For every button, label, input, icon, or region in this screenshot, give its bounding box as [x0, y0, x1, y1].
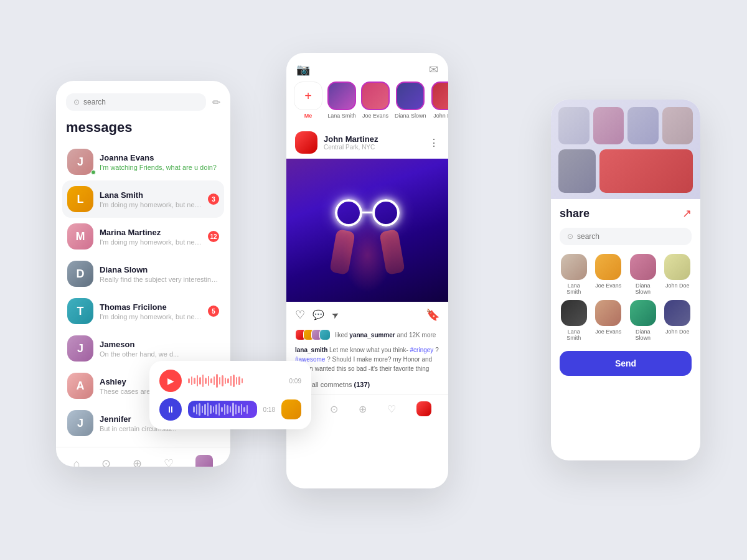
- share-contact[interactable]: John Doe: [664, 300, 692, 341]
- waveform-bar: [219, 377, 221, 385]
- blur-row-2: [558, 149, 693, 193]
- story-label: John Doe: [433, 113, 448, 119]
- waveform-bar: [199, 403, 200, 416]
- share-contact[interactable]: Joe Evans: [594, 254, 623, 295]
- search-nav-icon[interactable]: ⊙: [101, 457, 111, 467]
- online-indicator: [91, 170, 96, 175]
- contact-avatar: [664, 254, 690, 280]
- avatar: M: [67, 223, 93, 250]
- share-contact[interactable]: John Doe: [664, 254, 692, 295]
- feed-search-icon[interactable]: ⊙: [330, 403, 338, 415]
- feed-heart-icon[interactable]: ♡: [387, 403, 396, 415]
- feed-profile-avatar[interactable]: [416, 401, 431, 416]
- story-item[interactable]: John Doe: [431, 82, 448, 119]
- message-search-input[interactable]: [83, 98, 199, 106]
- post-header: John Martinez Central Park, NYC ⋮: [286, 126, 448, 159]
- contact-name: John Doe: [665, 282, 690, 289]
- post-image-figure: [286, 159, 448, 302]
- story-avatar[interactable]: [361, 82, 390, 110]
- message-content: Jameson On the other hand, we d...: [100, 340, 219, 358]
- story-item[interactable]: Joe Evans: [361, 82, 390, 119]
- avatar: J: [67, 335, 93, 362]
- waveform-bar: [210, 378, 212, 383]
- share-contact[interactable]: Lana Smith: [560, 300, 588, 341]
- story-avatar[interactable]: [327, 82, 356, 110]
- message-content: Thomas Fricilone I'm doing my homework, …: [100, 302, 202, 320]
- share-contact[interactable]: Diana Slown: [629, 300, 657, 341]
- messages-top-bar: ⊙ ✏: [56, 81, 230, 117]
- bookmark-button[interactable]: 🔖: [426, 308, 439, 322]
- compose-icon[interactable]: ✏: [212, 96, 220, 108]
- message-preview: I'm doing my homework, but need to take …: [100, 238, 202, 246]
- feed-top-bar: 📷 ✉: [286, 53, 448, 82]
- pause-button[interactable]: ⏸: [159, 398, 182, 421]
- message-search-box[interactable]: ⊙: [66, 93, 206, 111]
- message-preview: I'm watching Friends, what are u doin?: [100, 164, 219, 171]
- share-contact[interactable]: Joe Evans: [594, 300, 623, 341]
- mail-icon[interactable]: ✉: [429, 63, 438, 77]
- home-nav-icon[interactable]: ⌂: [73, 457, 80, 467]
- send-button[interactable]: Send: [560, 351, 692, 376]
- contact-name: Diana Slown: [629, 329, 657, 341]
- caption-tag-1[interactable]: #cringey: [410, 347, 434, 353]
- waveform-display-2: [188, 401, 257, 418]
- story-avatar[interactable]: [396, 82, 425, 110]
- comment-button[interactable]: 💬: [312, 309, 324, 320]
- likes-text: liked yanna_summer and 12K more: [335, 332, 436, 338]
- liked-avatar: [319, 329, 331, 340]
- waveform-bar: [196, 404, 198, 414]
- bottom-navigation: ⌂ ⊙ ⊕ ♡: [56, 447, 230, 467]
- list-item[interactable]: M Marina Martinez I'm doing my homework,…: [62, 218, 224, 255]
- share-contact[interactable]: Diana Slown: [629, 254, 657, 295]
- waveform-bar: [236, 377, 238, 385]
- message-preview: I'm doing my homework, but need to take …: [100, 313, 202, 320]
- share-contacts-grid-row2: Lana Smith Joe Evans Diana Slown John Do…: [560, 300, 692, 341]
- story-item-me[interactable]: + Me: [294, 82, 322, 119]
- share-button[interactable]: ➤: [330, 309, 341, 321]
- share-contact[interactable]: Lana Smith: [560, 254, 588, 295]
- profile-nav-avatar[interactable]: [195, 455, 213, 467]
- like-button[interactable]: ♡: [295, 308, 305, 322]
- contact-avatar: [664, 300, 690, 326]
- share-search-icon: ⊙: [567, 232, 573, 241]
- share-contacts-grid-row1: Lana Smith Joe Evans Diana Slown John Do…: [560, 254, 692, 295]
- message-preview: Really find the subject very interesting…: [100, 276, 219, 283]
- play-button[interactable]: ▶: [159, 370, 182, 392]
- feed-add-icon[interactable]: ⊕: [359, 403, 367, 415]
- share-search-box[interactable]: ⊙: [560, 228, 692, 245]
- contact-name: Marina Martinez: [100, 228, 202, 237]
- list-item[interactable]: T Thomas Fricilone I'm doing my homework…: [62, 292, 224, 330]
- glass-bridge: [362, 212, 372, 213]
- post-options-icon[interactable]: ⋮: [429, 137, 439, 149]
- add-story-button[interactable]: +: [294, 82, 322, 110]
- share-link-icon[interactable]: ↗: [682, 207, 692, 220]
- story-item[interactable]: Lana Smith: [327, 82, 356, 119]
- avatar: J: [67, 149, 93, 175]
- messages-title: messages: [56, 117, 230, 143]
- avatar: J: [67, 410, 93, 436]
- story-item[interactable]: Diana Slown: [395, 82, 426, 119]
- message-content: Joanna Evans I'm watching Friends, what …: [100, 153, 219, 171]
- post-author-name: John Martinez: [324, 134, 378, 144]
- post-likes-row: liked yanna_summer and 12K more: [286, 328, 448, 344]
- feed-panel: 📷 ✉ + Me Lana Smith Joe Evans Diana Slow…: [286, 53, 448, 488]
- waveform-bar: [242, 378, 243, 383]
- voice-row-2: ⏸ 0:18: [159, 398, 301, 421]
- waveform-bar: [218, 403, 220, 416]
- add-nav-icon[interactable]: ⊕: [133, 457, 142, 467]
- camera-icon[interactable]: 📷: [296, 63, 310, 77]
- unread-badge: 12: [208, 231, 219, 242]
- waveform-bar: [247, 405, 248, 414]
- blur-block: [627, 107, 659, 144]
- waveform-bar: [227, 405, 228, 414]
- waveform-bar: [233, 375, 235, 387]
- list-item[interactable]: D Diana Slown Really find the subject ve…: [62, 255, 224, 292]
- heart-nav-icon[interactable]: ♡: [164, 457, 174, 467]
- share-search-input[interactable]: [577, 232, 684, 241]
- list-item[interactable]: L Lana Smith I'm doing my homework, but …: [62, 180, 224, 218]
- list-item[interactable]: J Joanna Evans I'm watching Friends, wha…: [62, 143, 224, 180]
- waveform-bar: [243, 407, 245, 412]
- share-bg-preview: [551, 100, 700, 199]
- story-avatar[interactable]: [431, 82, 448, 110]
- waveform-bar: [235, 404, 237, 414]
